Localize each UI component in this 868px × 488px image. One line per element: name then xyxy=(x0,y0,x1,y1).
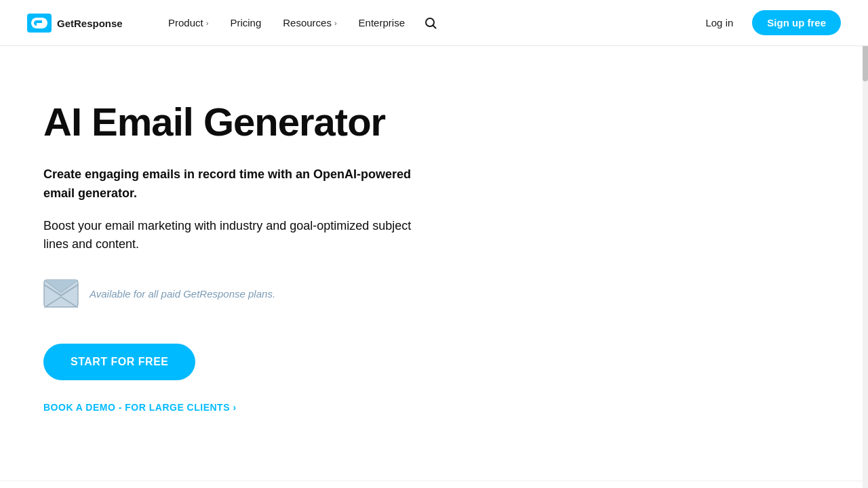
search-button[interactable] xyxy=(418,11,443,35)
hero-subtitle-bold: Create engaging emails in record time wi… xyxy=(43,165,420,203)
availability-text: Available for all paid GetResponse plans… xyxy=(90,288,275,300)
hero-subtitle-regular: Boost your email marketing with industry… xyxy=(43,217,420,255)
search-icon xyxy=(424,16,437,30)
start-free-button[interactable]: START FOR FREE xyxy=(43,344,195,380)
svg-line-3 xyxy=(433,25,435,28)
hero-section: AI Email Generator Create engaging email… xyxy=(0,46,868,481)
logo-link[interactable]: GetResponse xyxy=(27,14,138,33)
product-chevron-icon: › xyxy=(206,19,209,27)
book-demo-link[interactable]: BOOK A DEMO - FOR LARGE CLIENTS › xyxy=(43,402,420,413)
page-title: AI Email Generator xyxy=(43,100,420,144)
nav-right: Log in Sign up free xyxy=(697,10,841,35)
envelope-icon-wrap xyxy=(43,276,79,311)
bottom-section: Get better results from your emails with… xyxy=(0,481,868,488)
svg-text:GetResponse: GetResponse xyxy=(57,18,123,29)
nav-item-resources[interactable]: Resources › xyxy=(275,12,344,34)
signup-button[interactable]: Sign up free xyxy=(752,10,841,35)
nav-item-enterprise[interactable]: Enterprise xyxy=(351,12,413,34)
nav-links: Product › Pricing Resources › Enterprise xyxy=(160,11,697,35)
envelope-icon xyxy=(43,279,79,308)
resources-chevron-icon: › xyxy=(334,19,337,27)
availability-row: Available for all paid GetResponse plans… xyxy=(43,276,420,311)
navbar: GetResponse Product › Pricing Resources … xyxy=(0,0,868,46)
nav-item-pricing[interactable]: Pricing xyxy=(222,12,269,34)
getresponse-logo-icon xyxy=(27,14,52,33)
login-button[interactable]: Log in xyxy=(697,12,741,34)
scrollbar[interactable] xyxy=(863,0,868,488)
nav-item-product[interactable]: Product › xyxy=(160,12,216,34)
getresponse-wordmark: GetResponse xyxy=(57,16,138,30)
